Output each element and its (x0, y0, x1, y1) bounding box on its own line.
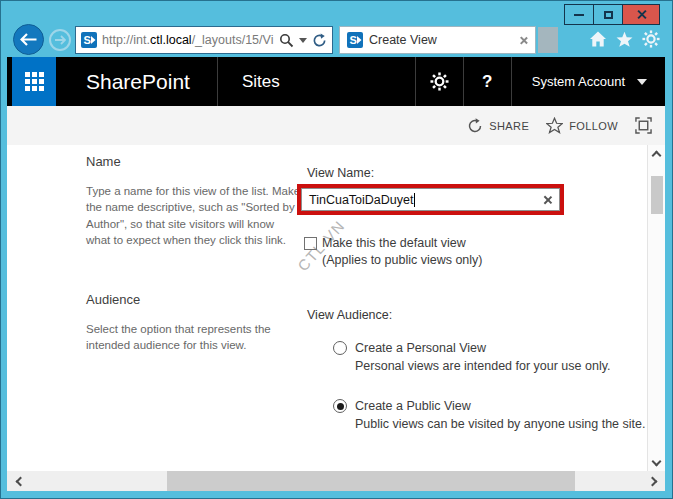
horizontal-scrollbar[interactable] (7, 471, 665, 491)
horizontal-scroll-thumb[interactable] (167, 471, 575, 491)
view-audience-label: View Audience: (307, 308, 647, 322)
close-button[interactable] (622, 4, 660, 25)
vertical-scroll-thumb[interactable] (651, 176, 663, 214)
option-description: Public views can be visited by anyone us… (355, 417, 647, 431)
option-label: Create a Public View (355, 399, 471, 413)
section-heading: Name (86, 154, 301, 169)
maximize-button[interactable] (593, 4, 623, 25)
view-name-label: View Name: (307, 166, 647, 180)
form-content: CTL.VN Name Type a name for this view of… (7, 145, 647, 471)
share-label: SHARE (489, 120, 529, 132)
section-description: Select the option that represents the in… (86, 321, 301, 354)
annotation-highlight-box: TinCuaToiDaDuyet (297, 184, 564, 215)
favorites-star-icon[interactable] (616, 31, 633, 48)
forward-arrow-icon (54, 35, 66, 45)
section-heading: Audience (86, 292, 301, 307)
app-launcher-grid-icon (25, 72, 44, 91)
svg-text:S: S (84, 34, 91, 46)
search-icon[interactable] (279, 33, 294, 48)
focus-on-content-button[interactable] (635, 117, 652, 134)
window-controls (565, 4, 660, 25)
tab-create-view[interactable]: S Create View (339, 26, 536, 54)
section-audience: Audience Select the option that represen… (7, 292, 647, 431)
svg-text:S: S (350, 34, 357, 46)
scroll-down-button[interactable] (653, 451, 660, 471)
minimize-icon (574, 14, 584, 16)
sharepoint-favicon: S (81, 32, 97, 48)
ribbon-bar: SHARE FOLLOW (7, 106, 665, 145)
help-button[interactable]: ? (464, 57, 511, 106)
audience-radio[interactable] (333, 399, 347, 413)
option-label: Create a Personal View (355, 341, 486, 355)
close-icon (636, 9, 647, 20)
scroll-up-button[interactable] (653, 145, 660, 165)
suite-link-sites[interactable]: Sites (218, 57, 304, 106)
default-view-checkbox[interactable] (304, 237, 317, 250)
page-viewport: SHARE FOLLOW CTL.VN (7, 106, 665, 491)
chevron-down-icon (637, 79, 647, 85)
option-description: Personal views are intended for your use… (355, 359, 647, 373)
scroll-right-button[interactable] (639, 471, 665, 491)
gear-icon (430, 72, 449, 91)
settings-gear-icon[interactable] (642, 30, 660, 48)
follow-label: FOLLOW (569, 120, 618, 132)
default-view-label: Make this the default view (322, 236, 466, 250)
new-tab-stub[interactable] (538, 27, 558, 53)
text-cursor (414, 193, 415, 207)
option-public-view: Create a Public View Public views can be… (333, 399, 647, 431)
share-icon (467, 118, 483, 134)
focus-icon (635, 117, 652, 134)
help-label: ? (482, 72, 492, 92)
refresh-icon[interactable] (312, 33, 327, 48)
option-personal-view: Create a Personal View Personal views ar… (333, 341, 647, 373)
maximize-icon (604, 11, 613, 19)
back-arrow-icon (20, 33, 37, 46)
tab-close-icon[interactable] (519, 36, 528, 45)
account-name: System Account (532, 74, 625, 89)
audience-radio[interactable] (333, 341, 347, 355)
scroll-left-button[interactable] (7, 471, 33, 491)
browser-window: S http://int.ctl.local/_layouts/15/Vi S … (0, 0, 673, 499)
back-button[interactable] (13, 24, 44, 55)
app-launcher-button[interactable] (12, 57, 56, 106)
section-name: Name Type a name for this view of the li… (7, 154, 647, 267)
address-bar[interactable]: S http://int.ctl.local/_layouts/15/Vi (75, 26, 333, 54)
url-text: http://int.ctl.local/_layouts/15/Vi (102, 33, 279, 47)
forward-button[interactable] (49, 29, 71, 51)
section-description: Type a name for this view of the list. M… (86, 183, 301, 248)
default-view-note: (Applies to public views only) (322, 253, 647, 267)
view-name-input[interactable]: TinCuaToiDaDuyet (301, 188, 560, 211)
site-settings-button[interactable] (416, 57, 463, 106)
suite-bar: SharePoint Sites ? System Account (7, 57, 665, 106)
follow-button[interactable]: FOLLOW (546, 117, 618, 134)
sharepoint-brand: SharePoint (56, 57, 217, 106)
sharepoint-favicon: S (347, 32, 363, 48)
chevron-left-icon (15, 476, 25, 486)
tab-title: Create View (369, 33, 519, 47)
chevron-down-icon (652, 456, 662, 466)
home-icon[interactable] (589, 31, 607, 47)
chevron-right-icon (647, 476, 657, 486)
account-menu[interactable]: System Account (512, 57, 665, 106)
share-button[interactable]: SHARE (467, 118, 529, 134)
chevron-up-icon (652, 150, 662, 160)
follow-star-icon (546, 117, 563, 134)
address-dropdown-icon[interactable] (299, 38, 307, 43)
vertical-scrollbar[interactable] (647, 145, 665, 471)
clear-input-icon[interactable] (542, 195, 552, 205)
minimize-button[interactable] (564, 4, 594, 25)
view-name-value: TinCuaToiDaDuyet (309, 193, 413, 207)
